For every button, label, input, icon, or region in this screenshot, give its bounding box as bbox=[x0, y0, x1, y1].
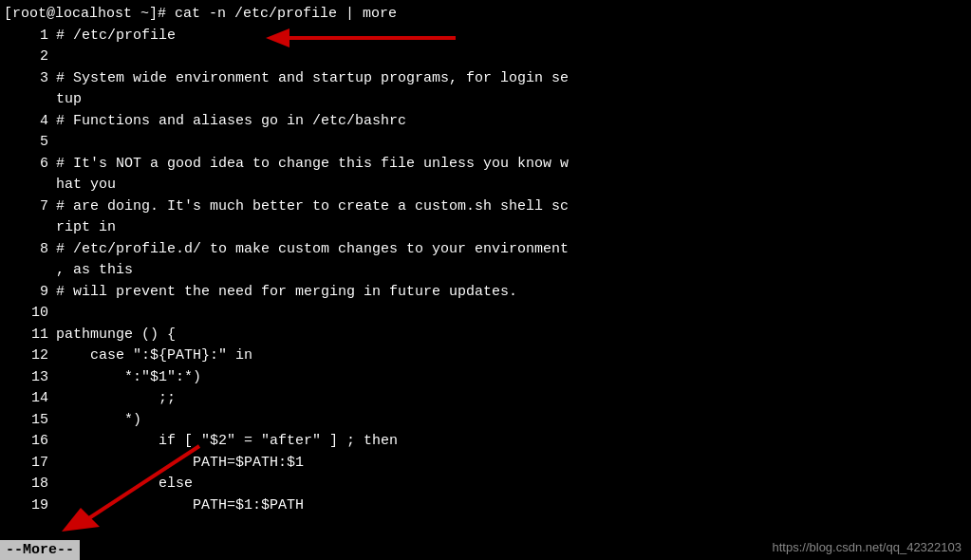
line-3-cont: tup bbox=[0, 89, 971, 111]
prompt-text: [root@localhost ~]# cat -n /etc/profile … bbox=[4, 6, 397, 22]
line-number-1: 1 bbox=[4, 26, 56, 47]
line-14: 14 ;; bbox=[0, 388, 971, 410]
line-content-14: ;; bbox=[56, 388, 176, 410]
line-content-19: PATH=$1:$PATH bbox=[56, 495, 304, 517]
line-9: 9 # will prevent the need for merging in… bbox=[0, 282, 971, 304]
terminal-window: [root@localhost ~]# cat -n /etc/profile … bbox=[0, 0, 971, 560]
line-content-6-cont: hat you bbox=[56, 175, 116, 196]
line-content-3: # System wide environment and startup pr… bbox=[56, 68, 569, 90]
line-number-6-cont bbox=[4, 175, 56, 196]
line-number-12: 12 bbox=[4, 345, 56, 367]
more-bar[interactable]: --More-- bbox=[0, 540, 80, 560]
line-number-9: 9 bbox=[4, 282, 56, 304]
line-number-4: 4 bbox=[4, 111, 56, 133]
line-number-14: 14 bbox=[4, 388, 56, 410]
line-number-10: 10 bbox=[4, 303, 56, 325]
line-number-3: 3 bbox=[4, 68, 56, 90]
line-4: 4 # Functions and aliases go in /etc/bas… bbox=[0, 111, 971, 133]
line-3: 3 # System wide environment and startup … bbox=[0, 68, 971, 90]
line-number-6: 6 bbox=[4, 154, 56, 176]
line-number-15: 15 bbox=[4, 410, 56, 432]
line-number-19: 19 bbox=[4, 495, 56, 517]
line-2: 2 bbox=[0, 47, 971, 68]
line-5: 5 bbox=[0, 132, 971, 154]
line-number-17: 17 bbox=[4, 453, 56, 475]
line-1: 1 # /etc/profile bbox=[0, 26, 971, 47]
line-content-8-cont: , as this bbox=[56, 260, 133, 282]
line-number-3-cont bbox=[4, 89, 56, 111]
line-6: 6 # It's NOT a good idea to change this … bbox=[0, 154, 971, 176]
line-number-7-cont bbox=[4, 217, 56, 239]
line-content-13: *:"$1":*) bbox=[56, 367, 201, 389]
line-content-16: if [ "$2" = "after" ] ; then bbox=[56, 431, 398, 453]
prompt-line: [root@localhost ~]# cat -n /etc/profile … bbox=[0, 4, 971, 26]
line-number-8-cont bbox=[4, 260, 56, 282]
line-12: 12 case ":${PATH}:" in bbox=[0, 345, 971, 367]
line-number-16: 16 bbox=[4, 431, 56, 453]
line-content-7: # are doing. It's much better to create … bbox=[56, 196, 569, 218]
line-13: 13 *:"$1":*) bbox=[0, 367, 971, 389]
line-10: 10 bbox=[0, 303, 971, 325]
line-content-6: # It's NOT a good idea to change this fi… bbox=[56, 154, 569, 176]
line-7-cont: ript in bbox=[0, 217, 971, 239]
line-15: 15 *) bbox=[0, 410, 971, 432]
line-17: 17 PATH=$PATH:$1 bbox=[0, 453, 971, 475]
line-8: 8 # /etc/profile.d/ to make custom chang… bbox=[0, 239, 971, 261]
line-content-18: else bbox=[56, 474, 193, 495]
watermark: https://blog.csdn.net/qq_42322103 bbox=[773, 540, 962, 554]
line-number-13: 13 bbox=[4, 367, 56, 389]
line-19: 19 PATH=$1:$PATH bbox=[0, 495, 971, 517]
line-content-9: # will prevent the need for merging in f… bbox=[56, 282, 517, 304]
line-18: 18 else bbox=[0, 474, 971, 495]
line-content-4: # Functions and aliases go in /etc/bashr… bbox=[56, 111, 406, 133]
line-content-11: pathmunge () { bbox=[56, 325, 176, 346]
line-content-7-cont: ript in bbox=[56, 217, 116, 239]
line-content-1: # /etc/profile bbox=[56, 26, 176, 47]
line-8-cont: , as this bbox=[0, 260, 971, 282]
line-number-2: 2 bbox=[4, 47, 56, 68]
line-11: 11 pathmunge () { bbox=[0, 325, 971, 346]
line-content-3-cont: tup bbox=[56, 89, 82, 111]
line-16: 16 if [ "$2" = "after" ] ; then bbox=[0, 431, 971, 453]
line-7: 7 # are doing. It's much better to creat… bbox=[0, 196, 971, 218]
line-content-17: PATH=$PATH:$1 bbox=[56, 453, 304, 475]
line-number-11: 11 bbox=[4, 325, 56, 346]
more-label: --More-- bbox=[6, 542, 74, 558]
line-number-18: 18 bbox=[4, 474, 56, 495]
line-content-12: case ":${PATH}:" in bbox=[56, 345, 252, 367]
watermark-text: https://blog.csdn.net/qq_42322103 bbox=[773, 540, 962, 554]
line-content-15: *) bbox=[56, 410, 141, 432]
line-number-7: 7 bbox=[4, 196, 56, 218]
line-number-5: 5 bbox=[4, 132, 56, 154]
line-6-cont: hat you bbox=[0, 175, 971, 196]
line-content-8: # /etc/profile.d/ to make custom changes… bbox=[56, 239, 569, 261]
line-number-8: 8 bbox=[4, 239, 56, 261]
